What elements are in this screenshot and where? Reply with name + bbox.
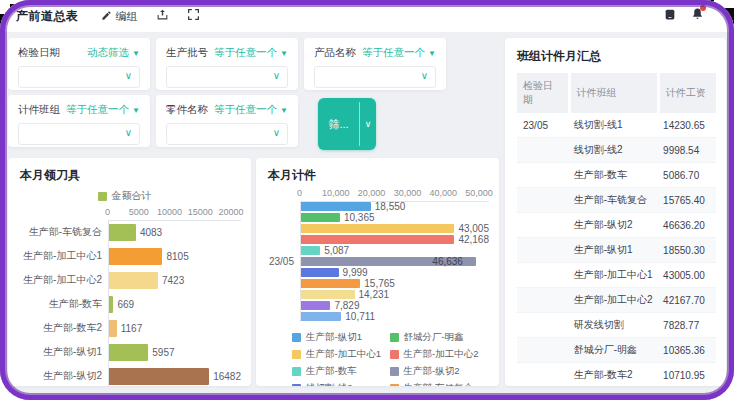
bar[interactable] <box>301 235 454 244</box>
fullscreen-button[interactable] <box>187 7 200 25</box>
table-cell: 15765.40 <box>657 188 716 213</box>
edit-button[interactable]: 编组 <box>101 9 138 24</box>
column-header: 计件工资 <box>657 73 716 113</box>
bar[interactable] <box>301 213 340 222</box>
bar-zone: 1167 <box>108 316 241 340</box>
filter-value-select[interactable]: ∨ <box>18 66 140 88</box>
bar-row: 生产部-纵切216482 <box>8 364 241 386</box>
table-cell <box>517 213 568 238</box>
legend-swatch <box>292 333 301 342</box>
filter-value-select[interactable]: ∨ <box>166 66 288 88</box>
device-view-button[interactable] <box>663 7 677 25</box>
export-button[interactable] <box>156 7 169 25</box>
page-title: 产前道总表 <box>16 8 79 25</box>
bar[interactable] <box>301 290 355 299</box>
filter-apply-button[interactable]: 筛... ∨ <box>318 98 376 150</box>
notification-button[interactable] <box>691 7 704 25</box>
filter-operator-dropdown[interactable]: 等于任意一个▼ <box>362 46 436 60</box>
filter-operator-dropdown[interactable]: 等于任意一个▼ <box>66 103 140 117</box>
table-cell: 生产部-数车2 <box>568 363 657 386</box>
bar-value-label: 9,999 <box>343 267 368 278</box>
filter-label: 生产批号 <box>166 46 208 60</box>
filter-apply-dropdown[interactable]: ∨ <box>360 98 376 150</box>
filter-label: 产品名称 <box>314 46 356 60</box>
legend-item[interactable]: 生产部-加工中心1 <box>292 348 388 361</box>
legend-item[interactable]: 舒城分厂-明鑫 <box>390 331 486 344</box>
bar-value-label: 5,087 <box>324 245 349 256</box>
legend-label: 生产部-数车 <box>306 365 357 378</box>
edit-button-label: 编组 <box>116 9 138 24</box>
chevron-down-icon: ∨ <box>125 70 132 81</box>
bar-zone: 43,005 <box>300 223 489 234</box>
bar-row: 9,999 <box>256 267 489 278</box>
table-row: 生产部-车铣复合15765.40 <box>517 188 716 213</box>
bar-value-label: 15,765 <box>364 278 395 289</box>
bar-category-label: 生产部-纵切2 <box>8 369 108 383</box>
bar[interactable] <box>109 320 117 337</box>
legend-item[interactable]: 生产部-数车 <box>292 365 388 378</box>
legend-swatch <box>390 384 399 386</box>
bar-value-label: 43,005 <box>458 223 489 234</box>
filter-value-select[interactable]: ∨ <box>166 123 288 145</box>
filter-apply-label: 筛... <box>318 98 359 150</box>
bar-zone: 16482 <box>108 364 241 386</box>
tools-chart-plot: 生产部-车铣复合4083生产部-加工中心18105生产部-加工中心27423生产… <box>8 220 241 386</box>
bar-row: 7,829 <box>256 300 489 311</box>
bar[interactable] <box>301 279 360 288</box>
caret-down-icon: ▼ <box>280 49 288 58</box>
bar[interactable] <box>109 248 162 265</box>
table-cell: 研发线切割 <box>568 313 657 338</box>
legend-swatch <box>292 367 301 376</box>
table-cell <box>517 138 568 163</box>
axis-tick-label: 0 <box>105 207 110 217</box>
bar[interactable] <box>301 312 341 321</box>
table-cell: 10365.36 <box>657 338 716 363</box>
filter-value-select[interactable]: ∨ <box>314 66 436 88</box>
legend-item[interactable]: 生产部-车铣复合 <box>390 382 486 386</box>
table-cell <box>517 188 568 213</box>
bar[interactable] <box>109 272 158 289</box>
bar[interactable] <box>109 368 209 385</box>
legend-label: 线切割-线2 <box>306 382 352 386</box>
filter-card-inspection-date: 检验日期 动态筛选▼ ∨ <box>8 38 150 90</box>
table-cell: 46636.20 <box>657 213 716 238</box>
filter-card-part-name: 零件名称 等于任意一个▼ ∨ <box>156 95 298 147</box>
legend-swatch <box>292 350 301 359</box>
filter-operator-dropdown[interactable]: 等于任意一个▼ <box>214 46 288 60</box>
axis-tick-label: 30,000 <box>394 188 422 198</box>
bar-value-label: 14,231 <box>359 289 390 300</box>
table-row: 生产部-加工中心143005.00 <box>517 263 716 288</box>
bar-value-label: 7423 <box>162 275 184 286</box>
filter-value-select[interactable]: ∨ <box>18 123 140 145</box>
table-cell: 线切割-线1 <box>568 113 657 138</box>
table-row: 生产部-数车5086.70 <box>517 163 716 188</box>
bar[interactable] <box>301 224 454 233</box>
bar-value-label: 7,829 <box>334 300 359 311</box>
filter-operator-dropdown[interactable]: 等于任意一个▼ <box>214 103 288 117</box>
table-cell <box>517 363 568 386</box>
table-row: 研发线切割7828.77 <box>517 313 716 338</box>
tools-chart-legend[interactable]: 金额合计 <box>8 189 241 203</box>
bar[interactable] <box>109 296 113 313</box>
bar[interactable] <box>109 344 148 361</box>
table-cell <box>517 263 568 288</box>
legend-item[interactable]: 生产部-纵切2 <box>390 365 486 378</box>
table-cell <box>517 163 568 188</box>
piecework-chart-card: 本月计件 010,00020,00030,00040,00050,000 18,… <box>256 158 499 386</box>
bar-zone: 42,168 <box>300 234 489 245</box>
axis-tick-label: 20,000 <box>358 188 386 198</box>
legend-item[interactable]: 生产部-加工中心2 <box>390 348 486 361</box>
table-cell: 43005.00 <box>657 263 716 288</box>
table-cell: 9998.54 <box>657 138 716 163</box>
bar[interactable] <box>109 224 136 241</box>
bar[interactable] <box>301 246 320 255</box>
bar-row: 42,168 <box>256 234 489 245</box>
filter-operator-dropdown[interactable]: 动态筛选▼ <box>87 46 140 60</box>
bar-row: 生产部-数车21167 <box>8 316 241 340</box>
bar[interactable] <box>301 301 330 310</box>
bar[interactable] <box>301 202 371 211</box>
bar-row: 18,550 <box>256 201 489 212</box>
legend-item[interactable]: 线切割-线2 <box>292 382 388 386</box>
bar[interactable] <box>301 268 339 277</box>
legend-item[interactable]: 生产部-纵切1 <box>292 331 388 344</box>
